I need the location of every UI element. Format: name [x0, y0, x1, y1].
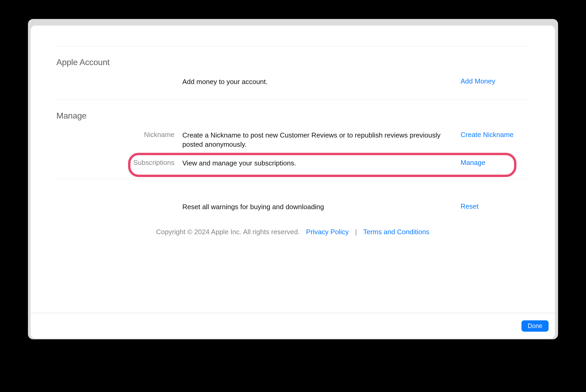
- manage-title: Manage: [56, 111, 529, 121]
- privacy-policy-link[interactable]: Privacy Policy: [306, 228, 349, 236]
- subscriptions-label: Subscriptions: [56, 159, 182, 167]
- apple-account-title: Apple Account: [56, 57, 529, 67]
- add-money-button[interactable]: Add Money: [461, 77, 495, 85]
- footer-links: Copyright © 2024 Apple Inc. All rights r…: [56, 228, 529, 244]
- subscriptions-highlight-wrap: Subscriptions View and manage your subsc…: [56, 153, 529, 174]
- content-area: Apple Account Add money to your account.…: [31, 26, 555, 313]
- subscriptions-desc: View and manage your subscriptions.: [182, 159, 461, 168]
- manage-subscriptions-button[interactable]: Manage: [461, 159, 485, 167]
- reset-warnings-row: Reset all warnings for buying and downlo…: [56, 199, 529, 215]
- add-money-desc: Add money to your account.: [182, 77, 461, 86]
- footer-divider: |: [355, 228, 357, 236]
- reset-desc: Reset all warnings for buying and downlo…: [182, 202, 461, 212]
- apple-account-section: Apple Account Add money to your account.…: [56, 46, 529, 100]
- account-settings-sheet: Apple Account Add money to your account.…: [31, 26, 555, 339]
- reset-button[interactable]: Reset: [461, 202, 478, 210]
- reset-section: Reset all warnings for buying and downlo…: [56, 179, 529, 228]
- terms-link[interactable]: Terms and Conditions: [363, 228, 429, 236]
- done-button[interactable]: Done: [521, 320, 549, 332]
- subscriptions-row: Subscriptions View and manage your subsc…: [56, 153, 529, 174]
- bottom-bar: Done: [31, 313, 555, 339]
- nickname-row: Nickname Create a Nickname to post new C…: [56, 127, 529, 153]
- nickname-desc: Create a Nickname to post new Customer R…: [182, 131, 461, 149]
- manage-section: Manage Nickname Create a Nickname to pos…: [56, 100, 529, 179]
- create-nickname-button[interactable]: Create Nickname: [461, 131, 514, 139]
- add-money-row: Add money to your account. Add Money: [56, 74, 529, 90]
- nickname-label: Nickname: [56, 131, 182, 139]
- copyright-text: Copyright © 2024 Apple Inc. All rights r…: [156, 228, 300, 236]
